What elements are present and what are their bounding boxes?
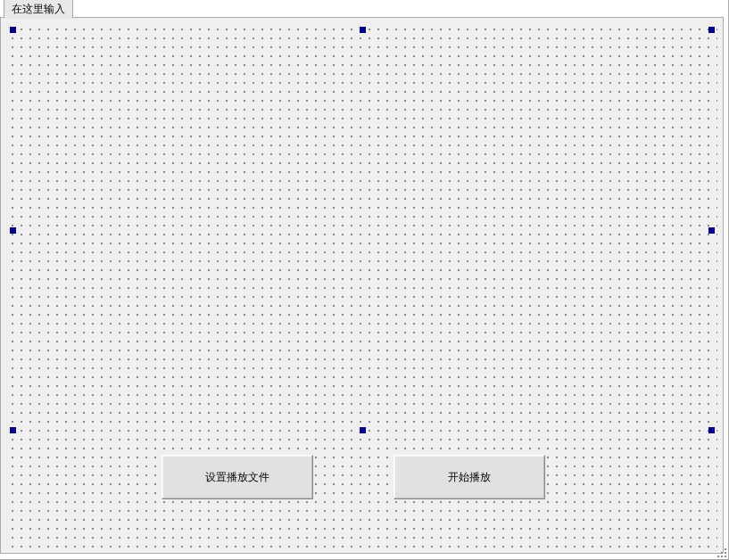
resize-handle-top-center[interactable] xyxy=(360,27,366,33)
form-designer-window: 在这里输入 设置播放文件 开始播放 xyxy=(0,0,729,560)
resize-handle-bottom-right[interactable] xyxy=(708,427,715,433)
tab-properties[interactable]: 在这里输入 xyxy=(4,0,73,19)
window-resize-grip-icon[interactable] xyxy=(714,545,726,557)
resize-handle-top-right[interactable] xyxy=(708,27,715,33)
form-designer-canvas[interactable]: 设置播放文件 开始播放 xyxy=(0,17,724,554)
button-label: 开始播放 xyxy=(448,470,491,485)
resize-handle-bottom-left[interactable] xyxy=(10,427,16,433)
tab-header: 在这里输入 xyxy=(4,0,73,18)
set-playback-file-button[interactable]: 设置播放文件 xyxy=(162,455,313,499)
button-label: 设置播放文件 xyxy=(205,470,269,485)
resize-handle-middle-left[interactable] xyxy=(10,227,16,234)
resize-handle-top-left[interactable] xyxy=(10,27,16,33)
resize-handle-middle-right[interactable] xyxy=(708,227,715,234)
selected-control-rect[interactable] xyxy=(10,27,715,433)
start-playback-button[interactable]: 开始播放 xyxy=(393,455,545,499)
resize-handle-bottom-center[interactable] xyxy=(360,427,366,433)
